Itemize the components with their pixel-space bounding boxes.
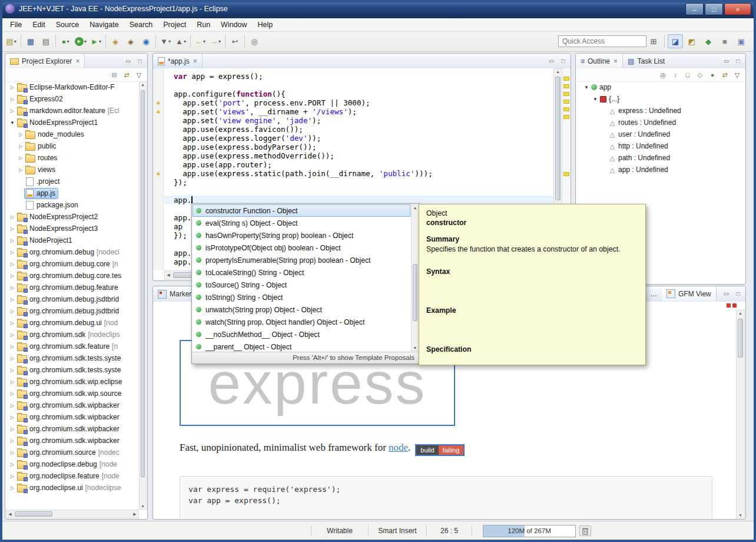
tree-collapsed-arrow-icon[interactable]: ▷ bbox=[8, 344, 16, 349]
dropdown-arrow-icon[interactable]: ▾ bbox=[203, 39, 205, 44]
maximize-view-icon[interactable] bbox=[733, 289, 743, 298]
tree-item-public[interactable]: ▷public bbox=[6, 140, 139, 152]
sort-alphabetically-icon[interactable]: ↕ bbox=[670, 70, 681, 80]
search-icon[interactable]: ◉ bbox=[138, 34, 154, 48]
menu-navigate[interactable]: Navigate bbox=[84, 18, 124, 32]
tree-item-org.chromium.sdk.wipbacker[interactable]: ▷org.chromium.sdk.wipbacker bbox=[6, 435, 139, 447]
minimize-view-icon[interactable] bbox=[721, 289, 731, 298]
completion-item[interactable]: hasOwnProperty(String prop) boolean - Ob… bbox=[193, 229, 410, 242]
tree-item-org.nodeclipse.ui[interactable]: ▷org.nodeclipse.ui[nodeclipse bbox=[6, 482, 139, 494]
maximize-view-icon[interactable] bbox=[733, 56, 743, 65]
warning-icon[interactable]: ▲ bbox=[154, 107, 163, 116]
tree-collapsed-arrow-icon[interactable]: ▷ bbox=[8, 356, 16, 361]
completion-item[interactable]: constructor Function - Object bbox=[193, 204, 410, 217]
tab-overflow[interactable]: … bbox=[645, 286, 662, 301]
completion-item[interactable]: __noSuchMethod__ Object - Object bbox=[193, 328, 410, 341]
tree-collapsed-arrow-icon[interactable]: ▷ bbox=[8, 403, 16, 408]
tree-collapsed-arrow-icon[interactable]: ▷ bbox=[8, 391, 16, 396]
tree-collapsed-arrow-icon[interactable]: ▷ bbox=[8, 285, 16, 290]
tree-item-org.chromium.sdk.wip.source[interactable]: ▷org.chromium.sdk.wip.source bbox=[6, 388, 139, 399]
tree-collapsed-arrow-icon[interactable]: ▷ bbox=[8, 226, 16, 232]
run-icon[interactable]: ►▾ bbox=[73, 34, 88, 48]
tree-collapsed-arrow-icon[interactable]: ▷ bbox=[8, 427, 16, 432]
completion-item[interactable]: toString() String - Object bbox=[193, 291, 410, 303]
tree-item-org.chromium.sdk.feature[interactable]: ▷org.chromium.sdk.feature[n bbox=[6, 341, 139, 352]
tree-item-Eclipse-Markdown-Editor-F[interactable]: ▷Eclipse-Markdown-Editor-F bbox=[6, 81, 139, 93]
scroll-up-icon[interactable]: ▲ bbox=[737, 311, 744, 315]
minimize-view-icon[interactable] bbox=[721, 56, 731, 65]
view-menu-icon[interactable]: ▽ bbox=[732, 70, 742, 80]
tree-collapsed-arrow-icon[interactable]: ▷ bbox=[8, 273, 16, 279]
node-link[interactable]: node bbox=[389, 442, 408, 453]
link-with-editor-icon[interactable]: ⇄ bbox=[121, 70, 132, 80]
debug-perspective-icon[interactable]: ◆ bbox=[701, 34, 716, 48]
tree-item-org.chromium.source[interactable]: ▷org.chromium.source[nodec bbox=[6, 447, 139, 458]
tree-item-path-Undefined[interactable]: △path : Undefined bbox=[576, 152, 745, 164]
scroll-up-icon[interactable]: ▲ bbox=[140, 82, 146, 87]
tree-item-Express02[interactable]: ▷Express02 bbox=[6, 93, 139, 105]
tree-item-org.chromium.debug.core[interactable]: ▷org.chromium.debug.core[n bbox=[6, 258, 139, 270]
tree-item-markdown.editor.feature[interactable]: ▷markdown.editor.feature[Ecl bbox=[6, 105, 139, 117]
scroll-thumb[interactable] bbox=[413, 264, 417, 321]
tab-outline[interactable]: ≡ Outline bbox=[576, 54, 623, 68]
scroll-down-icon[interactable]: ▼ bbox=[140, 504, 146, 508]
tree-item-org.chromium.debug[interactable]: ▷org.chromium.debug[nodecl bbox=[6, 246, 139, 258]
tree-item-http-Undefined[interactable]: △http : Undefined bbox=[576, 140, 745, 152]
completion-item[interactable]: __parent__ Object - Object bbox=[193, 341, 410, 351]
open-perspective-icon[interactable]: ⊞ bbox=[646, 34, 661, 48]
dropdown-arrow-icon[interactable]: ▾ bbox=[99, 39, 101, 44]
vertical-scrollbar[interactable]: ▲ ▼ bbox=[139, 81, 147, 510]
tree-collapsed-arrow-icon[interactable]: ▷ bbox=[16, 144, 25, 149]
tree-item-routes[interactable]: ▷routes bbox=[6, 152, 139, 164]
tree-item-org.chromium.debug.jsdtbrid[interactable]: ▷org.chromium.debug.jsdtbrid bbox=[6, 293, 139, 305]
tree-item-package.json[interactable]: package.json bbox=[6, 199, 139, 211]
javascript-perspective-icon[interactable]: ◩ bbox=[684, 34, 699, 48]
dropdown-arrow-icon[interactable]: ▾ bbox=[14, 39, 16, 44]
tree-collapsed-arrow-icon[interactable]: ▷ bbox=[8, 332, 16, 338]
scroll-up-icon[interactable]: ▲ bbox=[554, 70, 562, 74]
tree-expanded-arrow-icon[interactable]: ▼ bbox=[8, 120, 16, 125]
forward-icon[interactable]: →▾ bbox=[208, 34, 223, 48]
close-icon[interactable] bbox=[190, 57, 197, 65]
tree-item-org.chromium.debug.ui[interactable]: ▷org.chromium.debug.ui[nod bbox=[6, 317, 139, 329]
scroll-thumb[interactable] bbox=[555, 77, 561, 200]
tree-item-org.chromium.debug.jsdtbrid[interactable]: ▷org.chromium.debug.jsdtbrid bbox=[6, 305, 139, 317]
tree-item-org.chromium.sdk.wipbacker[interactable]: ▷org.chromium.sdk.wipbacker bbox=[6, 423, 139, 435]
gfm-vertical-scrollbar[interactable]: ▲ ▼ bbox=[736, 310, 745, 518]
tree-item-routes-Undefined[interactable]: △routes : Undefined bbox=[576, 117, 745, 128]
tree-item-app.js[interactable]: app.js bbox=[6, 187, 139, 199]
tree-item-app[interactable]: ▼app bbox=[576, 81, 745, 93]
dropdown-arrow-icon[interactable]: ▾ bbox=[67, 39, 69, 44]
menu-project[interactable]: Project bbox=[158, 18, 191, 32]
external-tools-icon[interactable]: ►▾ bbox=[88, 34, 104, 48]
tree-item--...-[interactable]: ▼{...} bbox=[576, 93, 745, 105]
svn-perspective-icon[interactable]: ■ bbox=[717, 34, 732, 48]
completion-scrollbar[interactable]: ▲ ▼ bbox=[411, 204, 419, 351]
tree-collapsed-arrow-icon[interactable]: ▷ bbox=[8, 368, 16, 373]
show-inherited-icon[interactable]: ● bbox=[707, 70, 718, 80]
menu-source[interactable]: Source bbox=[51, 18, 85, 32]
scroll-thumb[interactable] bbox=[15, 511, 52, 517]
tree-collapsed-arrow-icon[interactable]: ▷ bbox=[16, 156, 25, 161]
tree-collapsed-arrow-icon[interactable]: ▷ bbox=[8, 462, 16, 467]
completion-item[interactable]: watch(String prop, Object handler) Objec… bbox=[193, 316, 410, 328]
scroll-left-icon[interactable]: ◀ bbox=[165, 271, 172, 279]
tree-expanded-arrow-icon[interactable]: ▼ bbox=[582, 85, 591, 90]
next-annotation-icon[interactable]: ▼▾ bbox=[158, 34, 173, 48]
maximize-window-button[interactable]: □ bbox=[705, 3, 723, 15]
completion-item[interactable]: isPrototypeOf(Object obj) boolean - Obje… bbox=[193, 242, 410, 254]
run-garbage-collector-button[interactable] bbox=[579, 526, 591, 536]
completion-item[interactable]: eval(String s) Object - Object bbox=[193, 217, 410, 229]
tree-item-user-Undefined[interactable]: △user : Undefined bbox=[576, 128, 745, 140]
tree-collapsed-arrow-icon[interactable]: ▷ bbox=[16, 132, 25, 137]
pin-editor-icon[interactable]: ◎ bbox=[247, 34, 262, 48]
menu-edit[interactable]: Edit bbox=[27, 18, 51, 32]
tree-item-org.chromium.sdk.tests.syste[interactable]: ▷org.chromium.sdk.tests.syste bbox=[6, 352, 139, 364]
tree-collapsed-arrow-icon[interactable]: ▷ bbox=[8, 450, 16, 455]
tree-collapsed-arrow-icon[interactable]: ▷ bbox=[8, 438, 16, 444]
tree-item-org.chromium.debug.feature[interactable]: ▷org.chromium.debug.feature bbox=[6, 282, 139, 293]
tree-item-org.chromium.debug.core.tes[interactable]: ▷org.chromium.debug.core.tes bbox=[6, 270, 139, 282]
previous-annotation-icon[interactable]: ▲▾ bbox=[173, 34, 188, 48]
menu-run[interactable]: Run bbox=[191, 18, 215, 32]
focus-active-task-icon[interactable]: ◎ bbox=[658, 70, 668, 80]
